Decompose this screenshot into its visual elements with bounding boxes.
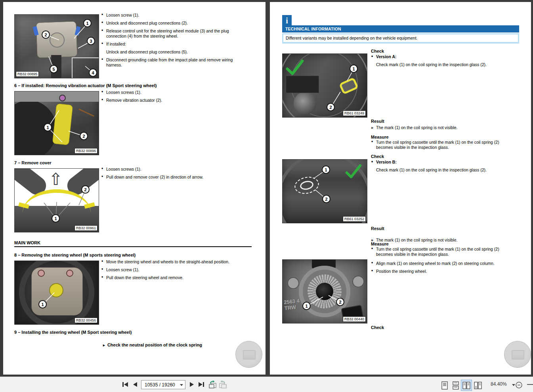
chevron-down-icon bbox=[512, 384, 515, 386]
version-a-label: Version A: bbox=[371, 54, 510, 59]
check-heading-b: Check bbox=[371, 154, 384, 159]
last-page-button[interactable] bbox=[197, 381, 205, 388]
main-work-heading: MAIN WORK bbox=[14, 240, 40, 245]
callout-2: 2 bbox=[336, 298, 344, 306]
facing-pages-view-button[interactable] bbox=[461, 380, 472, 391]
figure-label: RB32 00896 bbox=[75, 148, 97, 154]
first-page-button[interactable] bbox=[121, 381, 129, 388]
callout-1: 1 bbox=[83, 19, 92, 27]
page-dropdown-caret[interactable] bbox=[179, 383, 184, 386]
bullet-item: If installed: bbox=[101, 42, 239, 47]
callout-2: 2 bbox=[327, 103, 335, 111]
figure-label: RB61 03249 bbox=[343, 110, 366, 116]
nav-back-button[interactable] bbox=[208, 380, 217, 389]
callout-1: 1 bbox=[38, 300, 47, 308]
bullet-item: Disconnect grounding cable from the impa… bbox=[101, 57, 239, 68]
check-ok-icon bbox=[286, 59, 304, 76]
check-heading-end: Check bbox=[371, 325, 384, 330]
previous-page-icon bbox=[133, 382, 138, 387]
figure-steering-column-hub-photo: 2563 4 TRW 1 2 RB32 00440 bbox=[282, 259, 367, 323]
bullet-item: Pull down and remove cover (2) in direct… bbox=[101, 175, 244, 180]
bullet-item: Release control unit for the steering wh… bbox=[101, 29, 239, 39]
link-text: Check the neutral position of the clock … bbox=[107, 343, 202, 347]
callout-5: 5 bbox=[50, 65, 58, 73]
bullet-item: Pull down the steering wheel and remove. bbox=[101, 275, 239, 280]
chevron-down-icon bbox=[180, 384, 183, 386]
bullet-item: Loosen screw (1). bbox=[101, 13, 239, 18]
bullet-item: Remove vibration actuator (2). bbox=[101, 98, 239, 103]
result-text-a: »The mark (1) on the coil spring is not … bbox=[371, 125, 516, 130]
measure-b-block: Turn the coil spring cassette until the … bbox=[371, 247, 510, 277]
single-page-view-button[interactable] bbox=[439, 380, 450, 391]
nav-forward-button[interactable] bbox=[218, 380, 227, 389]
zoom-out-button[interactable] bbox=[515, 381, 522, 388]
figure-label: RB32 00961 bbox=[75, 225, 97, 231]
figure-vibration-actuator-photo: 1 2 RB32 00896 bbox=[14, 91, 99, 155]
version-b-block: Version B: Check mark (1) on the coil sp… bbox=[371, 160, 510, 173]
result-marker: » bbox=[371, 125, 373, 130]
bullet-item: Move the steering wheel and wheels to th… bbox=[101, 259, 239, 265]
callout-3: 3 bbox=[87, 37, 95, 45]
viewer-toolbar: 84.40% bbox=[0, 377, 533, 392]
watermark-logo bbox=[235, 341, 262, 368]
figure-steering-wheel-front-photo: 1 RB32 00456 bbox=[14, 261, 99, 325]
intro-bullet-list: Loosen screw (1). Unlock and disconnect … bbox=[101, 13, 239, 70]
zoom-out-icon bbox=[516, 382, 522, 388]
result-heading-a: Result bbox=[371, 119, 384, 124]
nav-forward-icon bbox=[218, 381, 227, 388]
bullet-item: Turn the coil spring cassette until the … bbox=[371, 140, 510, 150]
single-page-view-icon bbox=[441, 381, 448, 390]
pdf-page-right: i TECHNICAL INFORMATION Different varian… bbox=[270, 2, 531, 375]
figure-remove-cover-photo: ⇧ 2 1 RB32 00961 bbox=[14, 168, 99, 232]
continuous-view-icon bbox=[453, 381, 459, 390]
book-view-icon bbox=[474, 381, 482, 390]
previous-page-button[interactable] bbox=[132, 381, 138, 388]
figure-coil-spring-a-photo: 1 2 RB61 03249 bbox=[282, 53, 367, 118]
callout-1: 1 bbox=[52, 214, 60, 223]
last-page-icon bbox=[198, 382, 204, 387]
result-heading-b: Result bbox=[371, 226, 384, 231]
bullet-item: Loosen screws (1). bbox=[101, 90, 239, 95]
figure-label: RB32 00895 bbox=[16, 71, 39, 77]
bullet-item: Position the steering wheel. bbox=[371, 269, 510, 274]
continuous-view-button[interactable] bbox=[450, 380, 461, 391]
measure-heading-b: Measure bbox=[371, 242, 389, 246]
section7-bullet-list: Loosen screws (1). Pull down and remove … bbox=[101, 167, 244, 183]
section8-bullet-list: Move the steering wheel and wheels to th… bbox=[101, 259, 239, 283]
next-page-button[interactable] bbox=[189, 381, 195, 388]
step-heading-7: 7 – Remove cover bbox=[14, 160, 52, 165]
section6-bullet-list: Loosen screws (1). Remove vibration actu… bbox=[101, 90, 239, 106]
callout-2: 2 bbox=[42, 30, 50, 39]
version-a-instruction: Check mark (1) on the coil spring in the… bbox=[371, 62, 510, 67]
bullet-item: Loosen screws (1). bbox=[101, 167, 244, 172]
facing-pages-view-icon bbox=[462, 381, 470, 390]
bullet-item: Turn the coil spring cassette until the … bbox=[371, 247, 510, 257]
book-view-button[interactable] bbox=[472, 380, 483, 391]
callout-2: 2 bbox=[81, 185, 90, 194]
callout-lines bbox=[15, 91, 99, 155]
callout-4: 4 bbox=[89, 69, 97, 77]
figure-label: RB61 03252 bbox=[343, 216, 366, 222]
version-b-label: Version B: bbox=[371, 160, 510, 165]
callout-2: 2 bbox=[80, 132, 88, 140]
watermark-logo bbox=[504, 341, 531, 368]
clock-spring-link[interactable]: ►Check the neutral position of the clock… bbox=[102, 343, 202, 347]
zoom-slider-track[interactable] bbox=[527, 384, 533, 385]
result-value: The mark (1) on the coil spring is not v… bbox=[376, 125, 457, 130]
step-heading-8: 8 – Removing the steering wheel (M sport… bbox=[14, 253, 136, 257]
callout-1: 1 bbox=[44, 123, 52, 131]
callout-1: 1 bbox=[302, 302, 311, 310]
measure-a-block: Turn the coil spring cassette until the … bbox=[371, 140, 510, 153]
bullet-continuation: Unlock and disconnect plug connections (… bbox=[101, 49, 239, 55]
result-text-b: »The mark (1) on the coil spring is not … bbox=[371, 238, 516, 243]
figure-steering-wheel-rear-photo: 1 2 3 5 4 RB32 00895 bbox=[14, 14, 99, 78]
check-heading-a: Check bbox=[371, 49, 384, 53]
zoom-level-label[interactable]: 84.40% bbox=[491, 381, 507, 387]
first-page-icon bbox=[122, 382, 128, 387]
next-page-icon bbox=[189, 382, 194, 387]
bullet-item: Unlock and disconnect plug connections (… bbox=[101, 21, 239, 26]
callout-1: 1 bbox=[322, 166, 330, 174]
info-note-text: Different variants may be installed depe… bbox=[283, 34, 518, 42]
bullet-item: Loosen screw (1). bbox=[101, 267, 239, 272]
figure-label: RB32 00440 bbox=[343, 316, 366, 322]
